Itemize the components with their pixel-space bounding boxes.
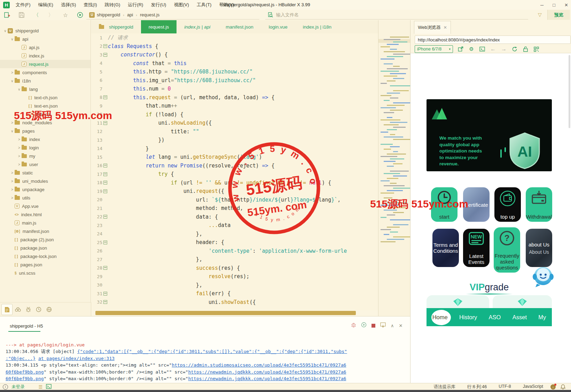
tree-item-text-ch.json[interactable]: [ ]text-ch.json — [0, 93, 91, 102]
tree-item-uni.scss[interactable]: §uni.scss — [0, 269, 91, 277]
login-status[interactable]: 未登录 — [11, 384, 25, 390]
debug-bug-icon[interactable] — [351, 322, 356, 329]
console-link[interactable]: https://newadmin.jqdkkk.com/upload/4e3fe… — [188, 376, 346, 381]
tree-item-package.json[interactable]: [ ]package.json — [0, 244, 91, 252]
code-line-29[interactable]: 29 resolve(res); — [91, 272, 378, 281]
code-line-23[interactable]: 23 ...data — [91, 221, 378, 230]
nav-back-icon[interactable]: ← — [490, 46, 496, 52]
app-tile-start[interactable]: start — [431, 187, 457, 222]
run-icon[interactable] — [77, 11, 84, 18]
open-external-icon[interactable] — [457, 46, 464, 52]
code-line-17[interactable]: 17 try { — [91, 170, 378, 179]
tree-item-pages[interactable]: ∨pages — [0, 127, 91, 135]
menu-视图(V)[interactable]: 视图(V) — [174, 2, 189, 8]
outline-list-icon[interactable]: ☰ — [39, 384, 43, 390]
code-line-27[interactable]: 27 }, — [91, 255, 378, 264]
browser-url-bar[interactable]: http://localhost:8080/#/pages/index/inde… — [415, 36, 571, 44]
console-icon[interactable] — [479, 46, 485, 52]
tree-item-manifest.json[interactable]: [⚙]manifest.json — [0, 227, 91, 235]
tree-item-index.js[interactable]: Jindex.js — [0, 52, 91, 60]
status-语法提示库[interactable]: 语法提示库 — [433, 384, 455, 390]
project-view-icon[interactable] — [1, 304, 13, 315]
app-tile-terms-and-conditions[interactable]: Terms and Conditions — [432, 229, 459, 267]
tree-item-request.js[interactable]: Jrequest.js — [0, 60, 91, 68]
star-icon[interactable]: ☆ — [62, 11, 69, 18]
code-line-12[interactable]: 12 title: "" — [91, 127, 378, 136]
console-tab[interactable]: shippergold - H5 — [10, 323, 43, 329]
editor-tab-request.js[interactable]: request.js — [141, 20, 177, 33]
file-search-input[interactable]: 输入文件名 — [265, 10, 528, 19]
code-line-20[interactable]: 20 url: `${that.http}/index/${url}?lang=… — [91, 196, 378, 204]
tree-item-login[interactable]: >login — [0, 143, 91, 152]
tree-item-App.vue[interactable]: VApp.vue — [0, 202, 91, 210]
code-line-21[interactable]: 21 method: method, — [91, 204, 378, 213]
editor-minimap[interactable] — [378, 20, 410, 316]
breadcrumb[interactable]: U shippergold›api›request.js — [86, 10, 259, 19]
tree-item-utils[interactable]: >utils — [0, 194, 91, 202]
tree-item-pages.json[interactable]: [ ]pages.json — [0, 260, 91, 269]
app-tile-top-up[interactable]: top up — [494, 187, 521, 222]
editor-tab-index.js | api[interactable]: index.js | api — [177, 20, 218, 33]
tree-item-package-lock.json[interactable]: [ ]package-lock.json — [0, 252, 91, 260]
status-行:6 列:46[interactable]: 行:6 列:46 — [467, 384, 487, 390]
editor-tab-manifest.json[interactable]: manifest.json — [218, 20, 261, 33]
tree-item-uni_modules[interactable]: >uni_modules — [0, 177, 91, 185]
code-line-26[interactable]: 26 'content-type': 'application/x-www-fo… — [91, 247, 378, 256]
code-line-30[interactable]: 30 }, — [91, 281, 378, 290]
menu-编辑(E)[interactable]: 编辑(E) — [38, 2, 53, 8]
nav-aso[interactable]: ASO — [489, 314, 501, 321]
vip-card[interactable] — [427, 295, 489, 309]
update-download-icon[interactable]: ↓ — [550, 384, 556, 390]
app-tile-frequently-asked-questions[interactable]: ?Frequently asked questions — [494, 227, 520, 273]
code-line-8[interactable]: 8 this.request = (url, method, data, loa… — [91, 93, 378, 102]
tree-item-api.js[interactable]: Japi.js — [0, 43, 91, 52]
nav-asset[interactable]: Asset — [513, 314, 527, 321]
tree-item-user[interactable]: >user — [0, 160, 91, 168]
menu-运行(R)[interactable]: 运行(R) — [128, 2, 143, 8]
stop-icon[interactable] — [371, 324, 375, 328]
breadcrumb-item[interactable]: request.js — [140, 12, 159, 17]
code-line-6[interactable]: 6 this.img_url="https://608.jiuzhouw.cc/… — [91, 76, 378, 85]
close-button[interactable]: ✕ — [564, 2, 568, 8]
code-line-10[interactable]: 10 if (!load) { — [91, 110, 378, 119]
tree-item-my[interactable]: >my — [0, 152, 91, 160]
nav-forward-icon[interactable]: → — [501, 46, 507, 52]
nav-home[interactable]: Home — [432, 314, 448, 321]
menu-发行(U)[interactable]: 发行(U) — [151, 2, 166, 8]
code-line-22[interactable]: 22 data: { — [91, 213, 378, 221]
minimize-button[interactable]: ─ — [540, 2, 543, 8]
lock-icon[interactable] — [522, 46, 529, 52]
code-line-28[interactable]: 28 success(res) { — [91, 264, 378, 273]
status-JavaScript[interactable]: JavaScript — [523, 384, 543, 390]
code-line-24[interactable]: 24 }, — [91, 230, 378, 238]
console-link[interactable]: at pages/index/index.vue:313 — [38, 356, 115, 361]
nav-history[interactable]: History — [459, 314, 477, 321]
menu-文件(F)[interactable]: 文件(F) — [16, 2, 31, 8]
code-line-31[interactable]: 31 fail(err) { — [91, 289, 378, 298]
history-icon[interactable] — [33, 304, 44, 315]
menu-工具(T)[interactable]: 工具(T) — [197, 2, 212, 8]
back-icon[interactable]: 〈 — [33, 11, 40, 18]
plugins-icon[interactable] — [44, 304, 54, 315]
app-tile-certificate[interactable]: Certificate — [463, 187, 490, 222]
code-line-1[interactable]: 1// 请求 — [91, 33, 378, 42]
editor-tab-login.vue[interactable]: login.vue — [261, 20, 295, 33]
terminal-small-icon[interactable] — [46, 384, 52, 390]
notification-bell-icon[interactable] — [561, 384, 565, 390]
code-line-9[interactable]: 9 that.num++ — [91, 102, 378, 110]
tree-item-unpackage[interactable]: >unpackage — [0, 185, 91, 194]
nav-my[interactable]: My — [538, 314, 546, 321]
editor-tab-shippergold[interactable]: shippergold — [91, 20, 141, 33]
bug-icon[interactable] — [23, 304, 33, 315]
device-selector[interactable]: iPhone 6/7/8▾ — [415, 45, 453, 53]
tree-item-shippergold[interactable]: ∨Ushippergold — [0, 26, 91, 35]
browser-settings-gear-icon[interactable]: ⚙ — [468, 46, 475, 52]
tree-item-components[interactable]: >components — [0, 68, 91, 77]
tree-item-i18n[interactable]: ∨i18n — [0, 77, 91, 85]
new-file-icon[interactable] — [3, 11, 10, 18]
app-tile-withdrawal[interactable]: Withdrawal — [526, 187, 552, 222]
browser-tab-close-icon[interactable]: ✕ — [444, 25, 447, 30]
tree-item-index.js[interactable]: Jindex.js — [0, 110, 91, 118]
status-UTF-8[interactable]: UTF-8 — [499, 384, 511, 390]
code-line-16[interactable]: 16 return new Promise((resolve, reject) … — [91, 162, 378, 170]
